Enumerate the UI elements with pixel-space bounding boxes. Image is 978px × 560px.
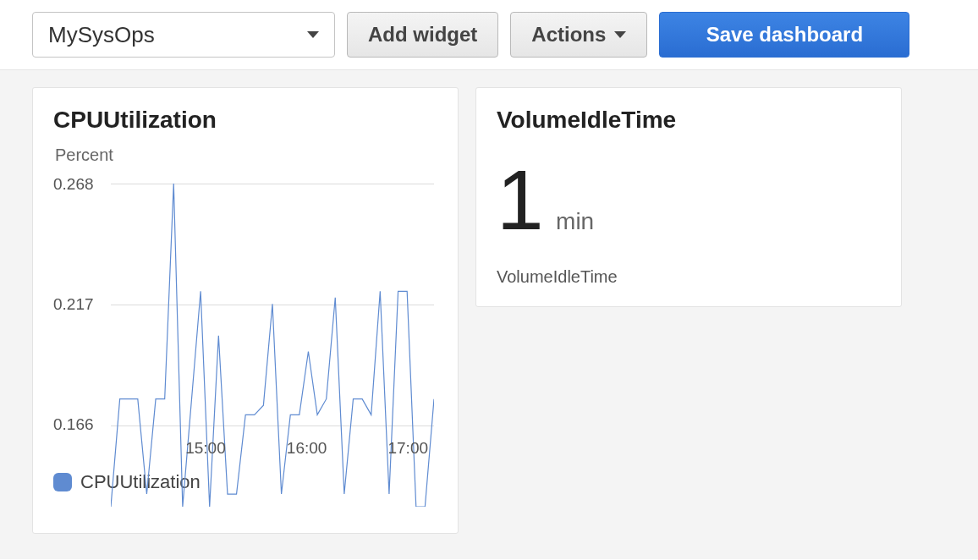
chart-area: 0.268 0.217 0.166 (53, 175, 437, 434)
widget-title: CPUUtilization (53, 107, 437, 134)
actions-label: Actions (531, 23, 606, 47)
metric-label: VolumeIdleTime (497, 267, 881, 287)
chart-y-axis-label: Percent (53, 145, 437, 165)
metric-value: 1 (497, 157, 544, 242)
y-tick: 0.217 (53, 295, 106, 314)
add-widget-button[interactable]: Add widget (347, 12, 498, 58)
dashboard-content: CPUUtilization Percent 0.268 0.217 0.166… (0, 70, 978, 559)
actions-button[interactable]: Actions (510, 12, 647, 58)
y-tick: 0.166 (53, 415, 106, 434)
x-tick: 15:00 (185, 439, 226, 458)
x-tick: 17:00 (387, 439, 428, 458)
save-dashboard-button[interactable]: Save dashboard (659, 12, 909, 58)
chart-y-ticks: 0.268 0.217 0.166 (53, 175, 106, 434)
dashboard-select[interactable]: MySysOps (32, 12, 335, 58)
caret-down-icon (614, 31, 626, 38)
legend-swatch-icon (53, 473, 72, 491)
dashboard-select-label: MySysOps (48, 22, 155, 48)
add-widget-label: Add widget (368, 23, 477, 47)
toolbar: MySysOps Add widget Actions Save dashboa… (0, 0, 978, 70)
cpu-utilization-widget: CPUUtilization Percent 0.268 0.217 0.166… (32, 87, 459, 534)
save-dashboard-label: Save dashboard (706, 23, 863, 47)
widget-title: VolumeIdleTime (497, 107, 881, 134)
number-row: 1 min (497, 145, 881, 267)
y-tick: 0.268 (53, 175, 106, 194)
caret-down-icon (307, 31, 319, 38)
chart-x-ticks: 15:00 16:00 17:00 (111, 439, 437, 463)
volume-idle-time-widget: VolumeIdleTime 1 min VolumeIdleTime (475, 87, 902, 307)
x-tick: 16:00 (287, 439, 327, 458)
metric-unit: min (556, 208, 594, 235)
